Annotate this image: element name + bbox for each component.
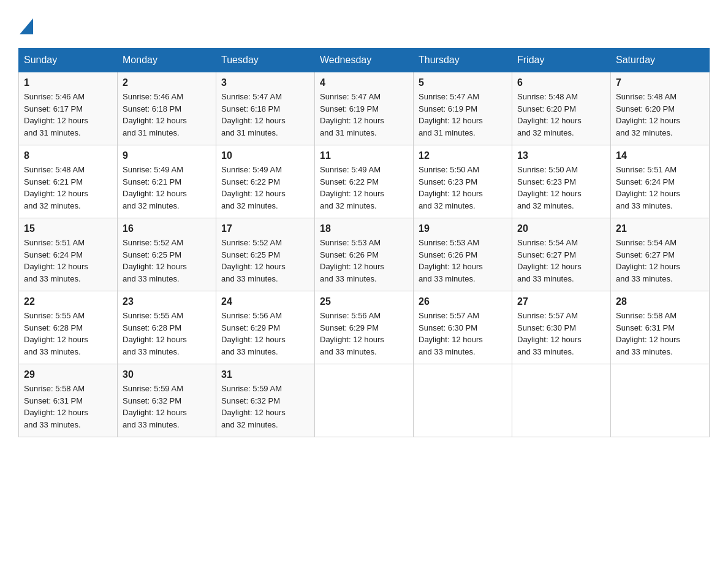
calendar-day-cell: 19Sunrise: 5:53 AMSunset: 6:26 PMDayligh… bbox=[414, 218, 512, 291]
calendar-day-cell bbox=[512, 364, 611, 437]
calendar-day-cell bbox=[414, 364, 512, 437]
day-info: Sunrise: 5:52 AMSunset: 6:25 PMDaylight:… bbox=[123, 237, 211, 285]
day-info: Sunrise: 5:50 AMSunset: 6:23 PMDaylight:… bbox=[419, 164, 507, 212]
day-info: Sunrise: 5:55 AMSunset: 6:28 PMDaylight:… bbox=[24, 310, 112, 358]
day-number: 28 bbox=[616, 296, 704, 307]
day-number: 2 bbox=[123, 77, 211, 88]
calendar-day-cell: 27Sunrise: 5:57 AMSunset: 6:30 PMDayligh… bbox=[512, 291, 611, 364]
day-info: Sunrise: 5:49 AMSunset: 6:21 PMDaylight:… bbox=[123, 164, 211, 212]
day-number: 14 bbox=[616, 150, 704, 161]
day-info: Sunrise: 5:58 AMSunset: 6:31 PMDaylight:… bbox=[24, 383, 112, 431]
calendar-table: SundayMondayTuesdayWednesdayThursdayFrid… bbox=[18, 48, 710, 437]
calendar-day-cell: 10Sunrise: 5:49 AMSunset: 6:22 PMDayligh… bbox=[216, 145, 315, 218]
day-number: 19 bbox=[419, 223, 507, 234]
day-number: 31 bbox=[221, 369, 309, 380]
day-info: Sunrise: 5:47 AMSunset: 6:19 PMDaylight:… bbox=[419, 91, 507, 139]
day-number: 7 bbox=[616, 77, 704, 88]
day-info: Sunrise: 5:59 AMSunset: 6:32 PMDaylight:… bbox=[123, 383, 211, 431]
day-number: 18 bbox=[320, 223, 408, 234]
day-number: 24 bbox=[221, 296, 309, 307]
day-number: 11 bbox=[320, 150, 408, 161]
calendar-day-cell: 8Sunrise: 5:48 AMSunset: 6:21 PMDaylight… bbox=[19, 145, 118, 218]
day-number: 6 bbox=[517, 77, 605, 88]
calendar-header-friday: Friday bbox=[512, 48, 611, 72]
day-info: Sunrise: 5:49 AMSunset: 6:22 PMDaylight:… bbox=[221, 164, 309, 212]
calendar-day-cell: 30Sunrise: 5:59 AMSunset: 6:32 PMDayligh… bbox=[118, 364, 216, 437]
calendar-day-cell: 29Sunrise: 5:58 AMSunset: 6:31 PMDayligh… bbox=[19, 364, 118, 437]
logo bbox=[18, 18, 33, 36]
day-info: Sunrise: 5:47 AMSunset: 6:18 PMDaylight:… bbox=[221, 91, 309, 139]
day-number: 25 bbox=[320, 296, 408, 307]
calendar-day-cell: 14Sunrise: 5:51 AMSunset: 6:24 PMDayligh… bbox=[611, 145, 710, 218]
day-number: 1 bbox=[24, 77, 112, 88]
day-number: 3 bbox=[221, 77, 309, 88]
day-info: Sunrise: 5:48 AMSunset: 6:20 PMDaylight:… bbox=[616, 91, 704, 139]
svg-marker-0 bbox=[20, 18, 33, 34]
day-info: Sunrise: 5:47 AMSunset: 6:19 PMDaylight:… bbox=[320, 91, 408, 139]
calendar-day-cell: 13Sunrise: 5:50 AMSunset: 6:23 PMDayligh… bbox=[512, 145, 611, 218]
day-info: Sunrise: 5:51 AMSunset: 6:24 PMDaylight:… bbox=[24, 237, 112, 285]
calendar-header-saturday: Saturday bbox=[611, 48, 710, 72]
day-number: 23 bbox=[123, 296, 211, 307]
calendar-day-cell: 21Sunrise: 5:54 AMSunset: 6:27 PMDayligh… bbox=[611, 218, 710, 291]
day-info: Sunrise: 5:48 AMSunset: 6:20 PMDaylight:… bbox=[517, 91, 605, 139]
calendar-week-row: 29Sunrise: 5:58 AMSunset: 6:31 PMDayligh… bbox=[19, 364, 710, 437]
calendar-header-row: SundayMondayTuesdayWednesdayThursdayFrid… bbox=[19, 48, 710, 72]
calendar-day-cell: 23Sunrise: 5:55 AMSunset: 6:28 PMDayligh… bbox=[118, 291, 216, 364]
day-number: 5 bbox=[419, 77, 507, 88]
calendar-day-cell: 7Sunrise: 5:48 AMSunset: 6:20 PMDaylight… bbox=[611, 72, 710, 145]
day-info: Sunrise: 5:53 AMSunset: 6:26 PMDaylight:… bbox=[320, 237, 408, 285]
day-number: 13 bbox=[517, 150, 605, 161]
day-number: 16 bbox=[123, 223, 211, 234]
calendar-day-cell bbox=[611, 364, 710, 437]
calendar-header-monday: Monday bbox=[118, 48, 216, 72]
day-info: Sunrise: 5:53 AMSunset: 6:26 PMDaylight:… bbox=[419, 237, 507, 285]
day-info: Sunrise: 5:57 AMSunset: 6:30 PMDaylight:… bbox=[517, 310, 605, 358]
page-header bbox=[18, 18, 710, 36]
calendar-day-cell: 31Sunrise: 5:59 AMSunset: 6:32 PMDayligh… bbox=[216, 364, 315, 437]
day-number: 10 bbox=[221, 150, 309, 161]
day-number: 15 bbox=[24, 223, 112, 234]
day-info: Sunrise: 5:54 AMSunset: 6:27 PMDaylight:… bbox=[616, 237, 704, 285]
calendar-week-row: 22Sunrise: 5:55 AMSunset: 6:28 PMDayligh… bbox=[19, 291, 710, 364]
day-info: Sunrise: 5:46 AMSunset: 6:18 PMDaylight:… bbox=[123, 91, 211, 139]
calendar-day-cell: 18Sunrise: 5:53 AMSunset: 6:26 PMDayligh… bbox=[315, 218, 414, 291]
calendar-day-cell: 9Sunrise: 5:49 AMSunset: 6:21 PMDaylight… bbox=[118, 145, 216, 218]
calendar-day-cell: 4Sunrise: 5:47 AMSunset: 6:19 PMDaylight… bbox=[315, 72, 414, 145]
calendar-day-cell: 25Sunrise: 5:56 AMSunset: 6:29 PMDayligh… bbox=[315, 291, 414, 364]
calendar-day-cell: 2Sunrise: 5:46 AMSunset: 6:18 PMDaylight… bbox=[118, 72, 216, 145]
day-info: Sunrise: 5:55 AMSunset: 6:28 PMDaylight:… bbox=[123, 310, 211, 358]
day-info: Sunrise: 5:57 AMSunset: 6:30 PMDaylight:… bbox=[419, 310, 507, 358]
calendar-week-row: 15Sunrise: 5:51 AMSunset: 6:24 PMDayligh… bbox=[19, 218, 710, 291]
day-number: 4 bbox=[320, 77, 408, 88]
day-number: 8 bbox=[24, 150, 112, 161]
calendar-day-cell: 3Sunrise: 5:47 AMSunset: 6:18 PMDaylight… bbox=[216, 72, 315, 145]
calendar-day-cell: 15Sunrise: 5:51 AMSunset: 6:24 PMDayligh… bbox=[19, 218, 118, 291]
calendar-day-cell: 11Sunrise: 5:49 AMSunset: 6:22 PMDayligh… bbox=[315, 145, 414, 218]
day-number: 29 bbox=[24, 369, 112, 380]
day-number: 9 bbox=[123, 150, 211, 161]
day-number: 27 bbox=[517, 296, 605, 307]
calendar-day-cell: 28Sunrise: 5:58 AMSunset: 6:31 PMDayligh… bbox=[611, 291, 710, 364]
day-info: Sunrise: 5:50 AMSunset: 6:23 PMDaylight:… bbox=[517, 164, 605, 212]
calendar-week-row: 8Sunrise: 5:48 AMSunset: 6:21 PMDaylight… bbox=[19, 145, 710, 218]
day-info: Sunrise: 5:52 AMSunset: 6:25 PMDaylight:… bbox=[221, 237, 309, 285]
day-number: 30 bbox=[123, 369, 211, 380]
day-number: 26 bbox=[419, 296, 507, 307]
day-info: Sunrise: 5:59 AMSunset: 6:32 PMDaylight:… bbox=[221, 383, 309, 431]
calendar-day-cell: 6Sunrise: 5:48 AMSunset: 6:20 PMDaylight… bbox=[512, 72, 611, 145]
day-number: 17 bbox=[221, 223, 309, 234]
day-info: Sunrise: 5:58 AMSunset: 6:31 PMDaylight:… bbox=[616, 310, 704, 358]
day-number: 12 bbox=[419, 150, 507, 161]
calendar-day-cell: 22Sunrise: 5:55 AMSunset: 6:28 PMDayligh… bbox=[19, 291, 118, 364]
calendar-week-row: 1Sunrise: 5:46 AMSunset: 6:17 PMDaylight… bbox=[19, 72, 710, 145]
calendar-header-sunday: Sunday bbox=[19, 48, 118, 72]
day-info: Sunrise: 5:46 AMSunset: 6:17 PMDaylight:… bbox=[24, 91, 112, 139]
day-number: 21 bbox=[616, 223, 704, 234]
calendar-day-cell: 17Sunrise: 5:52 AMSunset: 6:25 PMDayligh… bbox=[216, 218, 315, 291]
logo-icon bbox=[18, 18, 33, 36]
calendar-header-wednesday: Wednesday bbox=[315, 48, 414, 72]
day-info: Sunrise: 5:49 AMSunset: 6:22 PMDaylight:… bbox=[320, 164, 408, 212]
day-info: Sunrise: 5:56 AMSunset: 6:29 PMDaylight:… bbox=[221, 310, 309, 358]
calendar-day-cell: 26Sunrise: 5:57 AMSunset: 6:30 PMDayligh… bbox=[414, 291, 512, 364]
